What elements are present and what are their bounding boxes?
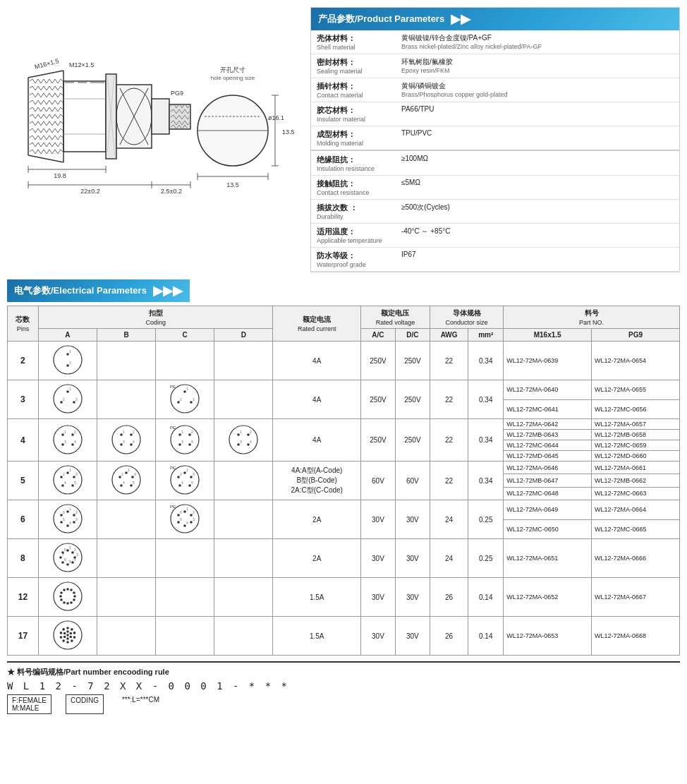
svg-text:2: 2 bbox=[63, 472, 65, 476]
page: M16×1.5 M12×1.5 PG9 19.8 22±0.2 bbox=[0, 0, 687, 721]
svg-text:4: 4 bbox=[74, 557, 76, 562]
svg-point-47 bbox=[54, 346, 82, 374]
col-volt-ac: A/C bbox=[361, 329, 396, 342]
svg-text:13.5: 13.5 bbox=[226, 181, 239, 188]
svg-text:5: 5 bbox=[191, 481, 193, 485]
svg-point-211 bbox=[63, 632, 66, 635]
svg-text:3: 3 bbox=[123, 440, 125, 444]
product-params-title: 产品参数/Product Parameters bbox=[318, 13, 444, 25]
svg-text:2: 2 bbox=[193, 510, 195, 514]
svg-text:3: 3 bbox=[240, 440, 242, 444]
svg-text:2: 2 bbox=[69, 361, 71, 365]
svg-point-204 bbox=[60, 632, 63, 634]
svg-point-104 bbox=[54, 466, 82, 494]
svg-text:6: 6 bbox=[63, 510, 65, 514]
svg-text:8: 8 bbox=[64, 548, 66, 552]
svg-text:19.8: 19.8 bbox=[54, 172, 66, 179]
col-code-b: B bbox=[97, 329, 156, 342]
svg-point-165 bbox=[54, 543, 82, 572]
svg-text:6: 6 bbox=[64, 557, 66, 562]
svg-point-199 bbox=[73, 636, 76, 639]
svg-text:1: 1 bbox=[181, 430, 183, 434]
col-partno: 料号Part NO. bbox=[504, 306, 680, 329]
header-arrows: ▶▶ bbox=[451, 11, 470, 27]
table-row: 8 12345678 2A 30V 30V 24 0.25 WL12-72MA-… bbox=[8, 539, 680, 578]
top-section: M16×1.5 M12×1.5 PG9 19.8 22±0.2 bbox=[7, 7, 680, 272]
note-length: ***:L=***CM bbox=[118, 694, 164, 714]
table-row: 5 12345 12345 12345PE 4A:A型(A-Code)B型(B-… bbox=[8, 462, 680, 474]
svg-point-201 bbox=[66, 641, 69, 644]
svg-text:3: 3 bbox=[75, 472, 78, 476]
svg-text:1: 1 bbox=[69, 387, 71, 391]
svg-text:PE: PE bbox=[170, 466, 176, 470]
svg-line-2 bbox=[28, 71, 63, 78]
svg-text:4: 4 bbox=[123, 481, 125, 485]
svg-text:3: 3 bbox=[76, 553, 78, 557]
svg-text:1: 1 bbox=[186, 507, 188, 511]
param-row: 成型材料： Molding material TPU/PVC bbox=[311, 126, 679, 151]
svg-text:4: 4 bbox=[69, 521, 71, 525]
svg-point-197 bbox=[71, 628, 73, 631]
svg-point-193 bbox=[60, 591, 63, 594]
svg-text:6: 6 bbox=[180, 510, 182, 514]
coding-title: ★ 料号编码规格/Part number encooding rule bbox=[7, 667, 680, 677]
coding-section: ★ 料号编码规格/Part number encooding rule W L … bbox=[7, 661, 680, 714]
svg-text:2: 2 bbox=[180, 472, 182, 476]
svg-text:3: 3 bbox=[193, 472, 195, 476]
svg-point-187 bbox=[73, 598, 75, 601]
svg-text:5: 5 bbox=[69, 560, 71, 564]
svg-point-67 bbox=[54, 426, 82, 454]
svg-text:M12×1.5: M12×1.5 bbox=[69, 61, 94, 68]
svg-text:2.5±0.2: 2.5±0.2 bbox=[161, 188, 182, 195]
svg-text:13.5: 13.5 bbox=[282, 128, 295, 135]
svg-text:2: 2 bbox=[191, 430, 193, 434]
table-row: 6 123456 123456PE 2A 30V 30V 24 0.25 WL1… bbox=[8, 500, 680, 520]
svg-text:2: 2 bbox=[121, 472, 123, 476]
col-voltage: 额定电压Rated voltage bbox=[361, 306, 430, 329]
svg-text:1: 1 bbox=[69, 545, 71, 550]
svg-point-202 bbox=[62, 639, 65, 642]
diagram-area: M16×1.5 M12×1.5 PG9 19.8 22±0.2 bbox=[7, 7, 303, 233]
svg-point-189 bbox=[66, 602, 69, 605]
svg-point-200 bbox=[71, 639, 73, 642]
svg-text:3: 3 bbox=[64, 440, 66, 444]
svg-point-209 bbox=[66, 637, 69, 640]
col-pins: 芯数Pins bbox=[8, 306, 39, 342]
svg-text:PG9: PG9 bbox=[171, 90, 183, 97]
svg-text:1: 1 bbox=[186, 387, 188, 391]
svg-text:3: 3 bbox=[75, 517, 78, 521]
svg-point-76 bbox=[112, 426, 140, 454]
svg-point-138 bbox=[54, 505, 82, 533]
param-row: 插针材料： Contact material 黄铜/磷铜镀金 Brass/Pho… bbox=[311, 78, 679, 102]
svg-text:1: 1 bbox=[128, 468, 130, 472]
col-code-a: A bbox=[38, 329, 97, 342]
svg-point-184 bbox=[70, 589, 73, 591]
svg-point-185 bbox=[73, 591, 75, 594]
svg-point-196 bbox=[66, 627, 69, 629]
svg-text:2: 2 bbox=[63, 397, 65, 402]
table-row: 4 1234 1234 1234PE 1234 4A 250V 250V 22 … bbox=[8, 419, 680, 430]
svg-text:1: 1 bbox=[123, 430, 125, 434]
svg-text:1: 1 bbox=[240, 430, 242, 434]
svg-point-85 bbox=[171, 426, 199, 454]
svg-text:3: 3 bbox=[193, 517, 195, 521]
svg-text:4: 4 bbox=[191, 440, 193, 444]
svg-text:4: 4 bbox=[250, 440, 252, 444]
svg-text:5: 5 bbox=[180, 517, 182, 521]
svg-text:1: 1 bbox=[186, 468, 188, 472]
svg-point-95 bbox=[229, 426, 257, 454]
table-row: 12 1.5A 30V 30V 26 0.14 WL12-72MA-0652 W… bbox=[8, 578, 680, 617]
svg-point-52 bbox=[54, 385, 82, 413]
svg-text:2: 2 bbox=[74, 548, 76, 552]
svg-text:22±0.2: 22±0.2 bbox=[80, 188, 99, 195]
svg-point-210 bbox=[63, 636, 66, 639]
col-code-d: D bbox=[214, 329, 273, 342]
svg-text:4: 4 bbox=[133, 440, 135, 444]
svg-text:PE: PE bbox=[170, 426, 176, 430]
svg-text:1: 1 bbox=[64, 430, 66, 434]
param-row: 适用温度： Applicable temperature -40°C ～ +85… bbox=[311, 224, 679, 248]
elec-header: 电气参数/Electrical Parameters ▶▶▶ bbox=[7, 279, 190, 302]
svg-text:2: 2 bbox=[74, 430, 76, 434]
param-row: 防水等级： Waterproof grade IP67 bbox=[311, 248, 679, 272]
svg-text:ø16.1: ø16.1 bbox=[268, 114, 284, 121]
